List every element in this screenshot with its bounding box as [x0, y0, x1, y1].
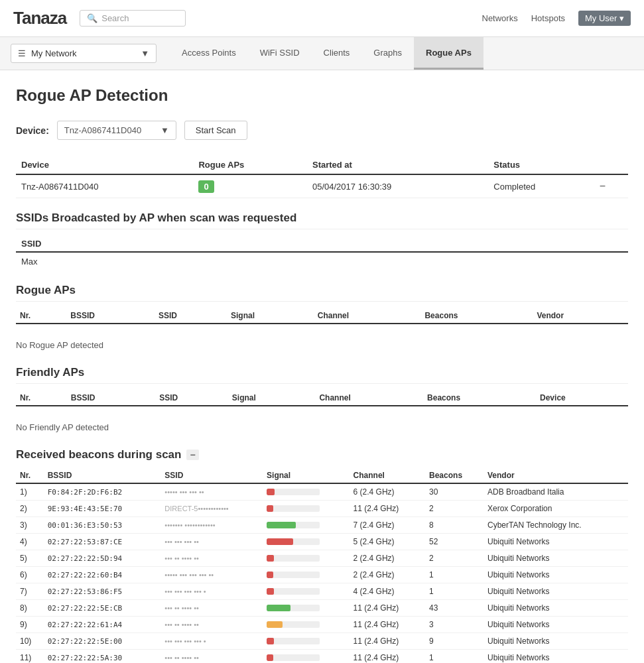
beacon-signal — [263, 483, 350, 501]
signal-bar — [267, 489, 320, 495]
ssid-section-header: SSIDs Broadcasted by AP when scan was re… — [16, 211, 628, 229]
beacon-channel: 11 (2.4 GHz) — [350, 617, 425, 633]
signal-bar — [267, 621, 320, 628]
friendly-no-data: No Friendly AP detected — [16, 417, 628, 438]
col-device: Device — [16, 156, 193, 174]
signal-bar — [267, 505, 320, 512]
beacon-vendor: Xerox Corporation — [483, 501, 628, 517]
friendly-col-device: Device — [536, 391, 628, 406]
beacon-signal — [263, 567, 350, 583]
col-action — [594, 156, 628, 174]
device-select[interactable]: Tnz-A0867411D040 ▼ — [57, 121, 176, 140]
beacon-channel: 11 (2.4 GHz) — [350, 633, 425, 650]
beacon-signal — [263, 617, 350, 633]
beacon-bssid: 02:27:22:53:87:CE — [44, 534, 161, 550]
device-row: Device: Tnz-A0867411D040 ▼ Start Scan — [16, 121, 628, 140]
beacon-bssid: 02:27:22:22:61:A4 — [44, 617, 161, 633]
ssid-value: Max — [16, 252, 628, 271]
subnav: ☰ My Network ▼ Access Points WiFi SSID C… — [0, 37, 644, 70]
beacons-col-signal: Signal — [263, 468, 350, 483]
tab-graphs[interactable]: Graphs — [361, 37, 414, 70]
beacon-vendor: Ubiquiti Networks — [483, 550, 628, 567]
beacon-bssid: 02:27:22:22:5E:CB — [44, 600, 161, 617]
beacon-ssid: ••• ••• ••• ••• • — [161, 633, 263, 650]
beacon-nr: 7) — [16, 583, 44, 600]
beacon-vendor: Ubiquiti Networks — [483, 633, 628, 650]
friendly-col-signal: Signal — [228, 391, 316, 406]
tab-rogue-aps[interactable]: Rogue APs — [414, 37, 483, 70]
beacons-col-bssid: BSSID — [44, 468, 161, 483]
beacons-col-vendor: Vendor — [483, 468, 628, 483]
ssid-col-header: SSID — [16, 236, 628, 252]
beacon-nr: 11) — [16, 650, 44, 664]
col-started-at: Started at — [307, 156, 488, 174]
table-row: Tnz-A0867411D040 0 05/04/2017 16:30:39 C… — [16, 174, 628, 198]
tab-clients[interactable]: Clients — [312, 37, 362, 70]
rogue-col-vendor: Vendor — [533, 308, 628, 324]
chevron-down-icon: ▼ — [161, 125, 169, 135]
beacon-ssid: DIRECT-5•••••••••••• — [161, 501, 263, 517]
beacons-section-header: Received beacons during scan − — [16, 448, 628, 461]
search-icon: 🔍 — [87, 13, 97, 23]
rogue-col-nr: Nr. — [16, 308, 66, 324]
rogue-col-channel: Channel — [314, 308, 421, 324]
beacon-bssid: 02:27:22:53:86:F5 — [44, 583, 161, 600]
rogue-table: Nr. BSSID SSID Signal Channel Beacons Ve… — [16, 308, 628, 324]
beacon-signal — [263, 650, 350, 664]
beacon-ssid: ••• •• •••• •• — [161, 550, 263, 567]
ssid-table: SSID Max — [16, 236, 628, 271]
scan-remove[interactable]: − — [594, 174, 628, 198]
hotspots-link[interactable]: Hotspots — [531, 13, 565, 23]
beacon-ssid: ••••• ••• ••• ••• •• — [161, 567, 263, 583]
scan-status: Completed — [488, 174, 594, 198]
beacon-ssid: ••• •• •••• •• — [161, 650, 263, 664]
beacon-bssid: 00:01:36:E3:50:53 — [44, 517, 161, 534]
signal-bar — [267, 555, 320, 562]
beacon-bssid: 02:27:22:22:5A:30 — [44, 650, 161, 664]
beacon-vendor: CyberTAN Technology Inc. — [483, 517, 628, 534]
tab-access-points[interactable]: Access Points — [170, 37, 248, 70]
user-menu[interactable]: My User ▾ — [578, 11, 631, 26]
beacon-vendor: Ubiquiti Networks — [483, 617, 628, 633]
beacon-ssid: ••••• ••• ••• •• — [161, 483, 263, 501]
rogue-col-ssid: SSID — [155, 308, 227, 324]
device-label: Device: — [16, 125, 49, 136]
col-rogue-aps: Rogue APs — [193, 156, 306, 174]
networks-link[interactable]: Networks — [482, 13, 518, 23]
scan-results-table: Device Rogue APs Started at Status Tnz-A… — [16, 156, 628, 198]
table-row: 11) 02:27:22:22:5A:30 ••• •• •••• •• 11 … — [16, 650, 628, 664]
beacon-channel: 7 (2.4 GHz) — [350, 517, 425, 534]
rogue-section-header: Rogue APs — [16, 284, 628, 302]
friendly-table: Nr. BSSID SSID Signal Channel Beacons De… — [16, 391, 628, 406]
rogue-count-badge: 0 — [198, 180, 214, 193]
start-scan-button[interactable]: Start Scan — [184, 121, 247, 140]
beacon-bssid: 02:27:22:22:60:B4 — [44, 567, 161, 583]
table-row: 1) F0:84:2F:2D:F6:B2 ••••• ••• ••• •• 6 … — [16, 483, 628, 501]
beacon-nr: 10) — [16, 633, 44, 650]
page-title: Rogue AP Detection — [16, 86, 628, 105]
beacon-beacons: 2 — [425, 501, 483, 517]
rogue-col-beacons: Beacons — [420, 308, 533, 324]
collapse-beacons-icon[interactable]: − — [186, 450, 198, 460]
beacon-bssid: 02:27:22:22:5D:94 — [44, 550, 161, 567]
beacon-ssid: ••••••• •••••••••••• — [161, 517, 263, 534]
beacon-ssid: ••• ••• ••• •• — [161, 534, 263, 550]
signal-bar — [267, 605, 320, 611]
beacon-beacons: 43 — [425, 600, 483, 617]
beacons-col-nr: Nr. — [16, 468, 44, 483]
table-row: 10) 02:27:22:22:5E:00 ••• ••• ••• ••• • … — [16, 633, 628, 650]
brand-logo: Tanaza — [13, 8, 66, 29]
table-row: 5) 02:27:22:22:5D:94 ••• •• •••• •• 2 (2… — [16, 550, 628, 567]
beacon-bssid: 02:27:22:22:5E:00 — [44, 633, 161, 650]
search-bar[interactable]: 🔍 Search — [80, 10, 186, 27]
network-selector[interactable]: ☰ My Network ▼ — [11, 44, 157, 63]
beacon-beacons: 1 — [425, 567, 483, 583]
remove-scan-icon[interactable]: − — [600, 180, 606, 192]
top-navbar: Tanaza 🔍 Search Networks Hotspots My Use… — [0, 0, 644, 37]
layers-icon: ☰ — [18, 48, 26, 58]
search-placeholder: Search — [101, 13, 129, 23]
tab-wifi-ssid[interactable]: WiFi SSID — [248, 37, 312, 70]
scan-started-at: 05/04/2017 16:30:39 — [307, 174, 488, 198]
beacon-beacons: 30 — [425, 483, 483, 501]
beacon-beacons: 1 — [425, 650, 483, 664]
